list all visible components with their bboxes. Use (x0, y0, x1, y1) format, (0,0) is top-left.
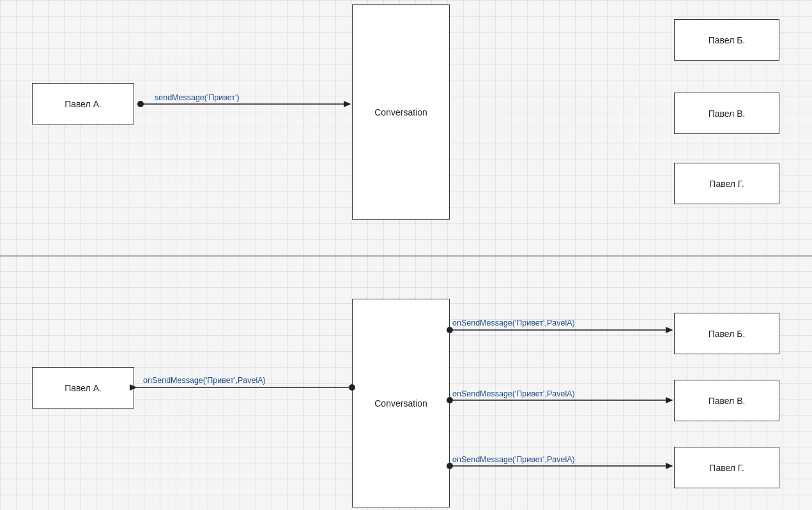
box-pavel-v-top: Павел В. (674, 93, 779, 134)
box-pavel-a-bot: Павел А. (32, 367, 134, 409)
box-pavel-a-top: Павел А. (32, 83, 134, 124)
box-label: Conversation (374, 107, 427, 117)
box-label: Павел А. (65, 99, 102, 109)
section-divider (0, 255, 812, 257)
box-pavel-g-top: Павел Г. (674, 163, 779, 204)
box-label: Павел Г. (709, 179, 744, 189)
box-pavel-v-bot: Павел В. (674, 380, 779, 421)
box-pavel-b-top: Павел Б. (674, 19, 779, 61)
label-g-bot: onSendMessage('Привет',PavelA) (452, 455, 575, 464)
box-label: Павел В. (709, 396, 746, 406)
box-label: Павел А. (65, 383, 102, 393)
label-send-top: sendMessage('Привет') (155, 93, 240, 102)
box-label: Павел Г. (709, 463, 744, 473)
label-a-bot: onSendMessage('Привет',PavelA) (143, 376, 266, 385)
label-b-bot: onSendMessage('Привет',PavelA) (452, 319, 575, 327)
box-label: Павел Б. (709, 35, 746, 45)
box-label: Павел Б. (709, 329, 746, 339)
label-v-bot: onSendMessage('Привет',PavelA) (452, 389, 575, 398)
box-label: Павел В. (709, 109, 746, 119)
diagram-canvas: Павел А. Conversation Павел Б. Павел В. … (0, 0, 812, 510)
box-pavel-b-bot: Павел Б. (674, 313, 779, 354)
box-conversation-top: Conversation (352, 4, 450, 220)
box-pavel-g-bot: Павел Г. (674, 447, 779, 488)
box-label: Conversation (374, 398, 427, 409)
dot-send-top (137, 101, 144, 107)
box-conversation-bot: Conversation (352, 299, 450, 507)
